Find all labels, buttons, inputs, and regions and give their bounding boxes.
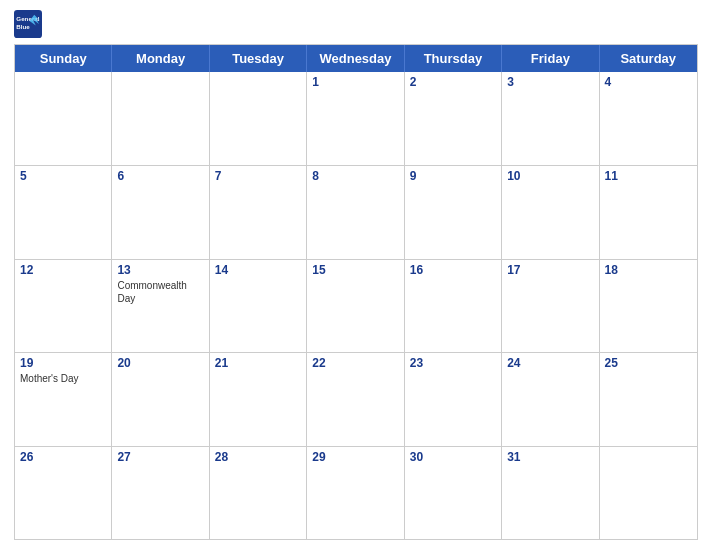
- week-row-3: 1213Commonwealth Day1415161718: [15, 259, 697, 352]
- header: General Blue: [14, 10, 698, 38]
- day-header-friday: Friday: [502, 45, 599, 72]
- day-cell: 12: [15, 260, 112, 352]
- day-number: 29: [312, 450, 398, 464]
- week-row-4: 19Mother's Day202122232425: [15, 352, 697, 445]
- day-number: 23: [410, 356, 496, 370]
- day-cell: 8: [307, 166, 404, 258]
- day-number: 19: [20, 356, 106, 370]
- day-cell: 31: [502, 447, 599, 539]
- day-number: 8: [312, 169, 398, 183]
- day-number: 14: [215, 263, 301, 277]
- day-header-thursday: Thursday: [405, 45, 502, 72]
- day-number: 16: [410, 263, 496, 277]
- day-number: 10: [507, 169, 593, 183]
- svg-text:Blue: Blue: [16, 23, 30, 30]
- day-header-monday: Monday: [112, 45, 209, 72]
- day-cell: 7: [210, 166, 307, 258]
- day-number: 7: [215, 169, 301, 183]
- day-cell: [210, 72, 307, 165]
- day-number: 13: [117, 263, 203, 277]
- week-row-1: 1234: [15, 72, 697, 165]
- day-cell: [112, 72, 209, 165]
- event-label: Mother's Day: [20, 372, 106, 385]
- day-cell: 20: [112, 353, 209, 445]
- day-cell: 29: [307, 447, 404, 539]
- day-number: 5: [20, 169, 106, 183]
- logo: General Blue: [14, 10, 42, 38]
- day-cell: 3: [502, 72, 599, 165]
- event-label: Commonwealth Day: [117, 279, 203, 305]
- day-header-wednesday: Wednesday: [307, 45, 404, 72]
- calendar: SundayMondayTuesdayWednesdayThursdayFrid…: [14, 44, 698, 540]
- day-number: 22: [312, 356, 398, 370]
- day-number: 15: [312, 263, 398, 277]
- day-cell: [15, 72, 112, 165]
- day-number: 20: [117, 356, 203, 370]
- day-header-saturday: Saturday: [600, 45, 697, 72]
- day-cell: 27: [112, 447, 209, 539]
- day-header-sunday: Sunday: [15, 45, 112, 72]
- day-cell: 21: [210, 353, 307, 445]
- day-number: 9: [410, 169, 496, 183]
- day-cell: 19Mother's Day: [15, 353, 112, 445]
- day-number: 26: [20, 450, 106, 464]
- day-number: 4: [605, 75, 692, 89]
- day-cell: 4: [600, 72, 697, 165]
- day-number: 21: [215, 356, 301, 370]
- day-cell: 25: [600, 353, 697, 445]
- day-cell: 5: [15, 166, 112, 258]
- day-cell: 16: [405, 260, 502, 352]
- day-cell: 23: [405, 353, 502, 445]
- general-blue-logo-icon: General Blue: [14, 10, 42, 38]
- day-cell: 1: [307, 72, 404, 165]
- day-number: 2: [410, 75, 496, 89]
- day-number: 1: [312, 75, 398, 89]
- day-cell: 15: [307, 260, 404, 352]
- day-cell: 13Commonwealth Day: [112, 260, 209, 352]
- day-cell: 14: [210, 260, 307, 352]
- day-headers-row: SundayMondayTuesdayWednesdayThursdayFrid…: [15, 45, 697, 72]
- day-cell: 10: [502, 166, 599, 258]
- day-number: 12: [20, 263, 106, 277]
- day-cell: 2: [405, 72, 502, 165]
- day-cell: 30: [405, 447, 502, 539]
- day-number: 11: [605, 169, 692, 183]
- day-cell: 22: [307, 353, 404, 445]
- day-cell: 24: [502, 353, 599, 445]
- day-cell: 17: [502, 260, 599, 352]
- day-number: 30: [410, 450, 496, 464]
- day-number: 31: [507, 450, 593, 464]
- calendar-grid: 12345678910111213Commonwealth Day1415161…: [15, 72, 697, 539]
- day-cell: [600, 447, 697, 539]
- day-cell: 9: [405, 166, 502, 258]
- day-number: 27: [117, 450, 203, 464]
- day-cell: 26: [15, 447, 112, 539]
- day-number: 28: [215, 450, 301, 464]
- page-wrapper: General Blue SundayMondayTuesdayWednesda…: [0, 0, 712, 550]
- day-header-tuesday: Tuesday: [210, 45, 307, 72]
- day-cell: 18: [600, 260, 697, 352]
- week-row-2: 567891011: [15, 165, 697, 258]
- day-cell: 28: [210, 447, 307, 539]
- day-number: 25: [605, 356, 692, 370]
- day-number: 17: [507, 263, 593, 277]
- day-cell: 6: [112, 166, 209, 258]
- day-number: 6: [117, 169, 203, 183]
- week-row-5: 262728293031: [15, 446, 697, 539]
- day-number: 24: [507, 356, 593, 370]
- day-cell: 11: [600, 166, 697, 258]
- day-number: 18: [605, 263, 692, 277]
- day-number: 3: [507, 75, 593, 89]
